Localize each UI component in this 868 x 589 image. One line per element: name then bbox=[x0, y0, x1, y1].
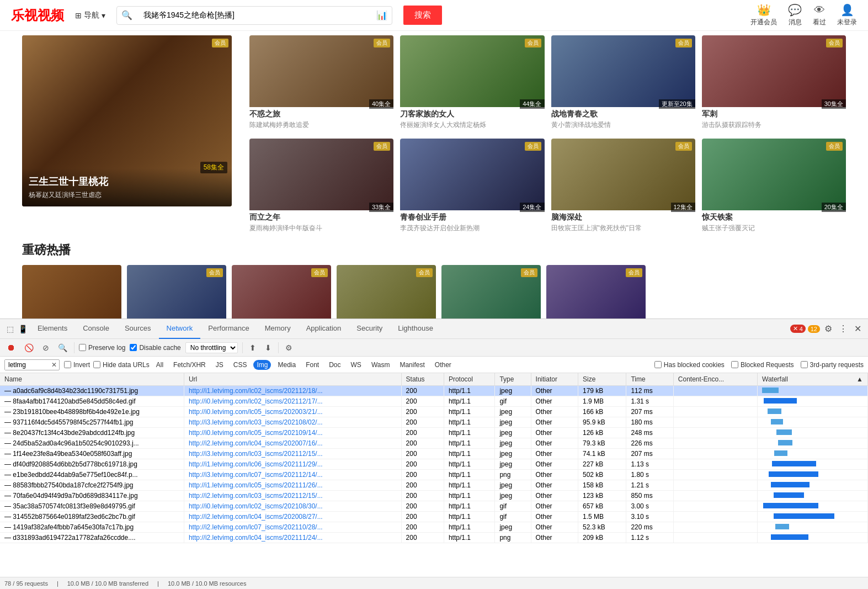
blocked-requests-checkbox[interactable] bbox=[731, 361, 738, 368]
filter-wasm[interactable]: Wasm bbox=[368, 360, 393, 370]
table-row[interactable]: — 70fa6e04d94f49d9a7b0d689d834117e.jpg h… bbox=[0, 491, 868, 501]
cell-status: 200 bbox=[401, 428, 444, 438]
record-button[interactable]: ⏺ bbox=[4, 342, 18, 354]
blocked-requests-label[interactable]: Blocked Requests bbox=[731, 361, 794, 369]
col-waterfall[interactable]: Waterfall ▲ bbox=[758, 373, 868, 386]
filter-other[interactable]: Other bbox=[432, 360, 455, 370]
cell-name: — 24d5ba52ad0a4c96a1b50254c9010293.j... bbox=[0, 438, 184, 449]
filter-manifest[interactable]: Manifest bbox=[396, 360, 428, 370]
nav-menu[interactable]: ⊞ 导航 ▾ bbox=[75, 10, 105, 20]
table-row[interactable]: — d331893ad6194722a17782afa26ccdde.... h… bbox=[0, 533, 868, 543]
table-row[interactable]: — 1419af382afe4fbbb7a645e30fa7c17b.jpg h… bbox=[0, 522, 868, 533]
device-toolbar-button[interactable]: 📱 bbox=[16, 323, 30, 335]
preserve-log-checkbox[interactable] bbox=[79, 344, 86, 351]
import-button[interactable]: ⬆ bbox=[247, 342, 258, 353]
third-party-checkbox[interactable] bbox=[801, 361, 808, 368]
disable-cache-label[interactable]: Disable cache bbox=[130, 344, 180, 352]
cell-encoding bbox=[673, 512, 757, 522]
tab-application[interactable]: Application bbox=[299, 319, 349, 339]
disable-cache-checkbox[interactable] bbox=[130, 344, 137, 351]
network-table[interactable]: Name Url Status Protocol Type Initiator … bbox=[0, 373, 868, 577]
preserve-log-label[interactable]: Preserve log bbox=[79, 344, 125, 352]
table-row[interactable]: — 1f14ee23fe8a49bea5340e058f603aff.jpg h… bbox=[0, 449, 868, 459]
filter-ws[interactable]: WS bbox=[348, 360, 365, 370]
col-url[interactable]: Url bbox=[184, 373, 401, 386]
search-button[interactable]: 搜索 bbox=[403, 6, 442, 25]
third-party-label[interactable]: 3rd-party requests bbox=[801, 361, 864, 369]
vip-button[interactable]: 👑 开通会员 bbox=[750, 3, 777, 27]
show-card[interactable]: 会员 20集全 惊天铁案 贼王张子强覆灭记 bbox=[702, 139, 846, 235]
show-card[interactable]: 会员 更新至20集 战地青春之歌 黄小蕾演绎战地爱情 bbox=[551, 35, 695, 132]
inspect-button[interactable]: ⬚ bbox=[4, 323, 16, 335]
tab-performance[interactable]: Performance bbox=[200, 319, 257, 339]
has-blocked-cookies-checkbox[interactable] bbox=[654, 361, 662, 368]
table-row[interactable]: — 8e20437fc13f4c43bde29abdcdd124fb.jpg h… bbox=[0, 428, 868, 438]
message-button[interactable]: 💬 消息 bbox=[788, 3, 802, 27]
export-button[interactable]: ⬇ bbox=[263, 342, 274, 353]
invert-label[interactable]: Invert bbox=[64, 361, 90, 369]
filter-media[interactable]: Media bbox=[274, 360, 299, 370]
tab-network[interactable]: Network bbox=[159, 319, 201, 339]
has-blocked-cookies-label[interactable]: Has blocked cookies bbox=[654, 361, 725, 369]
settings-button[interactable]: ⚙ bbox=[822, 321, 834, 336]
col-size[interactable]: Size bbox=[578, 373, 626, 386]
tab-sources[interactable]: Sources bbox=[117, 319, 159, 339]
show-card[interactable]: 会员 12集全 脑海深处 田牧宸王匡上演"救死扶伤"日常 bbox=[551, 139, 695, 235]
logo[interactable]: 乐视视频 bbox=[11, 7, 64, 24]
login-button[interactable]: 👤 未登录 bbox=[837, 3, 857, 27]
table-row[interactable]: — 35ac38a570574fc0813f3e89e8d49795.gif h… bbox=[0, 501, 868, 512]
col-content-encoding[interactable]: Content-Enco... bbox=[673, 373, 757, 386]
col-type[interactable]: Type bbox=[495, 373, 531, 386]
tab-memory[interactable]: Memory bbox=[257, 319, 299, 339]
filter-font[interactable]: Font bbox=[302, 360, 322, 370]
hide-data-urls-checkbox[interactable] bbox=[93, 361, 100, 368]
show-card[interactable]: 会员 33集全 而立之年 夏雨梅婷演绎中年版奋斗 bbox=[249, 139, 393, 235]
filter-all[interactable]: All bbox=[153, 360, 167, 370]
cell-waterfall bbox=[758, 480, 868, 491]
tab-lighthouse[interactable]: Lighthouse bbox=[390, 319, 441, 339]
cell-waterfall bbox=[758, 438, 868, 449]
col-status[interactable]: Status bbox=[401, 373, 444, 386]
tab-elements[interactable]: Elements bbox=[30, 319, 75, 339]
show-card[interactable]: 会员 40集全 不惑之旅 陈建斌梅婷勇敢追爱 bbox=[249, 35, 393, 132]
settings-network-button[interactable]: ⚙ bbox=[283, 342, 295, 353]
status-bar: 78 / 95 requests | 10.0 MB / 10.0 MB tra… bbox=[0, 577, 868, 589]
tab-console[interactable]: Console bbox=[75, 319, 117, 339]
table-row[interactable]: — e1be3edbdd244dab9a5e775ef10ec84f.p... … bbox=[0, 470, 868, 480]
invert-checkbox[interactable] bbox=[64, 361, 71, 368]
history-button[interactable]: 👁 看过 bbox=[813, 4, 826, 27]
table-row[interactable]: — 314552b875664e0189faf23ed6c2bc7b.gif h… bbox=[0, 512, 868, 522]
table-row[interactable]: — 23b191810bee4b48898bf6b4de492e1e.jpg h… bbox=[0, 407, 868, 417]
table-row[interactable]: — 8faa4afbb1744120abd5e845dd58c4ed.gif h… bbox=[0, 396, 868, 407]
filter-clear-button[interactable]: ✕ bbox=[49, 361, 59, 369]
table-row[interactable]: — a0adc6af9c8d4b34b23dc1190c731751.jpg h… bbox=[0, 386, 868, 396]
requests-table: Name Url Status Protocol Type Initiator … bbox=[0, 373, 868, 543]
filter-fetch-xhr[interactable]: Fetch/XHR bbox=[170, 360, 209, 370]
search-input[interactable] bbox=[137, 7, 372, 24]
tab-security[interactable]: Security bbox=[349, 319, 390, 339]
col-name[interactable]: Name bbox=[0, 373, 184, 386]
search-network-button[interactable]: 🔍 bbox=[56, 342, 70, 353]
show-card[interactable]: 会员 24集全 青春创业手册 李茂齐骏达开启创业新热潮 bbox=[400, 139, 544, 235]
filter-js[interactable]: JS bbox=[212, 360, 227, 370]
hero-card[interactable]: 三生三世十里桃花 杨幂赵又廷演绎三世虐恋 会员 58集全 bbox=[22, 35, 232, 206]
table-row[interactable]: — 24d5ba52ad0a4c96a1b50254c9010293.j... … bbox=[0, 438, 868, 449]
filter-button[interactable]: ⊘ bbox=[40, 342, 51, 353]
close-button[interactable]: ✕ bbox=[852, 321, 864, 336]
col-protocol[interactable]: Protocol bbox=[444, 373, 494, 386]
show-card[interactable]: 会员 30集全 军刺 游击队摄获跟踪特务 bbox=[702, 35, 846, 132]
col-time[interactable]: Time bbox=[626, 373, 673, 386]
filter-input[interactable] bbox=[5, 360, 49, 370]
table-row[interactable]: — df40df9208854d6bb2b5d778bc619718.jpg h… bbox=[0, 459, 868, 470]
filter-doc[interactable]: Doc bbox=[326, 360, 344, 370]
table-row[interactable]: — 937116f4dc5d455798f45c2577f44fb1.jpg h… bbox=[0, 417, 868, 428]
filter-img[interactable]: Img bbox=[253, 360, 271, 370]
clear-button[interactable]: 🚫 bbox=[22, 342, 36, 353]
table-row[interactable]: — 88583fbbb27540bda187cfce2f2754f9.jpg h… bbox=[0, 480, 868, 491]
hide-data-urls-label[interactable]: Hide data URLs bbox=[93, 361, 150, 369]
show-card[interactable]: 会员 44集全 刀客家族的女人 佟丽娅演绎女人大戏情定杨烁 bbox=[400, 35, 544, 132]
more-button[interactable]: ⋮ bbox=[837, 321, 850, 336]
col-initiator[interactable]: Initiator bbox=[531, 373, 578, 386]
throttle-select[interactable]: No throttling bbox=[185, 342, 238, 353]
filter-css[interactable]: CSS bbox=[230, 360, 251, 370]
